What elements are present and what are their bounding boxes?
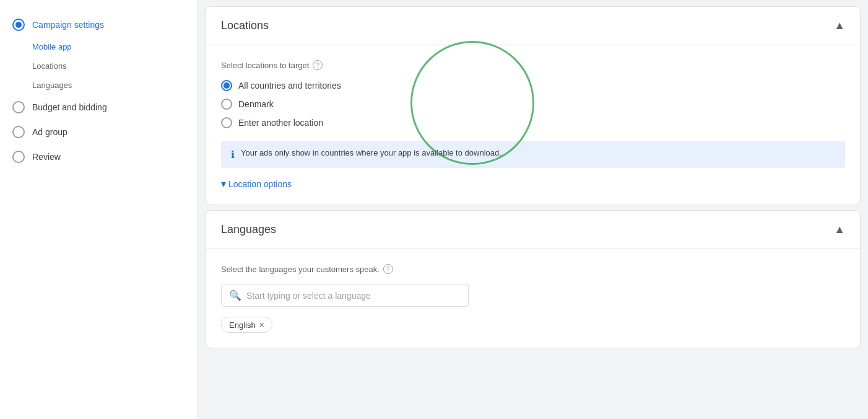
sidebar-item-budget-bidding[interactable]: Budget and bidding [0, 95, 197, 120]
main-content: Locations ▲ Select locations to target ?… [198, 0, 868, 419]
sidebar-item-label: Review [32, 152, 61, 162]
radio-circle-all-countries [221, 80, 232, 91]
locations-section-body: Select locations to target ? All countri… [206, 45, 860, 205]
info-text: Your ads only show in countries where yo… [241, 148, 501, 157]
lang-select-label: Select the languages your customers spea… [221, 264, 845, 274]
languages-collapse-icon[interactable]: ▲ [834, 223, 845, 236]
sidebar-item-review[interactable]: Review [0, 144, 197, 169]
locations-section-header: Locations ▲ [206, 7, 860, 45]
languages-section-header: Languages ▲ [206, 211, 860, 249]
campaign-settings-circle [12, 19, 25, 31]
sidebar-item-label: Campaign settings [32, 20, 104, 30]
sidebar-subitem-label: Languages [32, 81, 72, 90]
budget-bidding-circle [12, 101, 25, 113]
sidebar-item-ad-group[interactable]: Ad group [0, 120, 197, 144]
radio-enter-another[interactable]: Enter another location [221, 117, 845, 128]
lang-help-icon[interactable]: ? [383, 264, 393, 274]
select-locations-help-icon[interactable]: ? [313, 60, 323, 70]
location-radio-group: All countries and territories Denmark En… [221, 80, 845, 128]
search-icon: 🔍 [229, 289, 241, 301]
sidebar-item-campaign-settings[interactable]: Campaign settings [0, 12, 197, 37]
location-options-link[interactable]: ▾ Location options [221, 178, 845, 190]
sidebar-item-label: Budget and bidding [32, 102, 107, 112]
language-search-input[interactable] [246, 291, 461, 301]
sidebar-subitem-locations[interactable]: Locations [0, 56, 197, 76]
sidebar-subitem-mobile-app[interactable]: Mobile app [0, 37, 197, 56]
select-locations-label: Select locations to target ? [221, 60, 845, 70]
language-chip-english: English × [221, 317, 272, 333]
chip-label: English [229, 320, 256, 330]
radio-circle-denmark [221, 99, 232, 110]
main-inner: Locations ▲ Select locations to target ?… [198, 0, 868, 359]
chevron-down-icon: ▾ [221, 178, 226, 190]
info-icon: ℹ [231, 149, 235, 161]
languages-title: Languages [221, 223, 276, 236]
radio-label-denmark: Denmark [238, 99, 274, 109]
location-options-label: Location options [228, 179, 292, 189]
languages-section: Languages ▲ Select the languages your cu… [206, 210, 861, 348]
locations-section: Locations ▲ Select locations to target ?… [206, 6, 861, 205]
review-circle [12, 151, 25, 163]
ad-group-circle [12, 126, 25, 138]
radio-label-all-countries: All countries and territories [238, 81, 341, 90]
sidebar-subitem-label: Locations [32, 61, 67, 71]
locations-title: Locations [221, 19, 269, 32]
sidebar-subitem-label: Mobile app [32, 42, 72, 51]
locations-collapse-icon[interactable]: ▲ [834, 19, 845, 32]
radio-all-countries[interactable]: All countries and territories [221, 80, 845, 91]
language-search-box[interactable]: 🔍 [221, 284, 469, 307]
sidebar-subitem-languages[interactable]: Languages [0, 76, 197, 95]
radio-circle-enter-another [221, 117, 232, 128]
radio-denmark[interactable]: Denmark [221, 99, 845, 110]
chip-close-icon[interactable]: × [259, 320, 264, 330]
locations-info-banner: ℹ Your ads only show in countries where … [221, 141, 845, 168]
radio-label-enter-another: Enter another location [238, 118, 323, 128]
languages-section-body: Select the languages your customers spea… [206, 249, 860, 348]
sidebar-item-label: Ad group [32, 127, 67, 137]
sidebar: Campaign settings Mobile app Locations L… [0, 0, 198, 419]
